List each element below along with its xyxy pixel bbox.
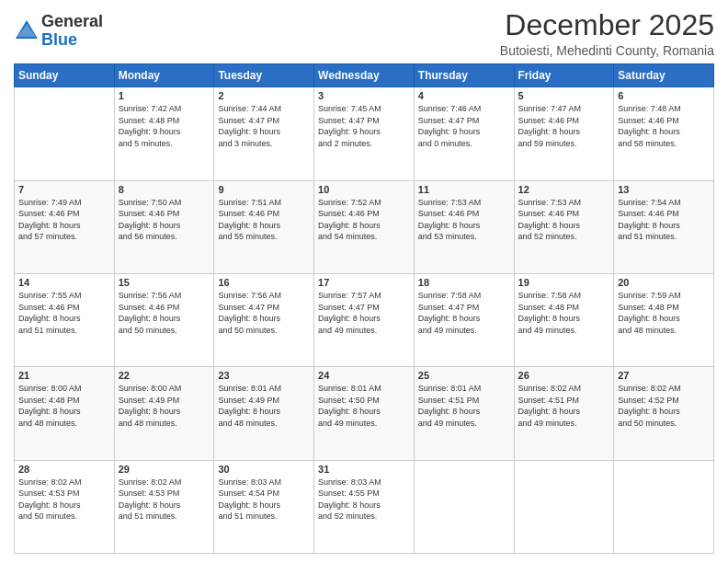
calendar-cell: 26Sunrise: 8:02 AM Sunset: 4:51 PM Dayli… xyxy=(514,367,614,460)
calendar-cell xyxy=(614,460,714,553)
day-info: Sunrise: 8:03 AM Sunset: 4:54 PM Dayligh… xyxy=(218,477,310,523)
day-number: 24 xyxy=(318,370,410,381)
logo: General Blue xyxy=(14,13,103,50)
day-info: Sunrise: 8:00 AM Sunset: 4:49 PM Dayligh… xyxy=(119,383,210,429)
day-info: Sunrise: 8:02 AM Sunset: 4:51 PM Dayligh… xyxy=(518,383,610,429)
calendar-cell: 1Sunrise: 7:42 AM Sunset: 4:48 PM Daylig… xyxy=(114,87,214,180)
day-info: Sunrise: 7:55 AM Sunset: 4:46 PM Dayligh… xyxy=(18,290,110,336)
day-number: 5 xyxy=(518,90,610,101)
day-number: 8 xyxy=(119,184,210,195)
header-day-thursday: Thursday xyxy=(414,64,514,87)
day-number: 9 xyxy=(218,184,310,195)
day-number: 25 xyxy=(418,370,510,381)
day-number: 12 xyxy=(518,184,610,195)
day-number: 18 xyxy=(418,277,510,288)
day-number: 29 xyxy=(119,464,210,475)
header-day-monday: Monday xyxy=(114,64,214,87)
calendar-cell: 22Sunrise: 8:00 AM Sunset: 4:49 PM Dayli… xyxy=(114,367,214,460)
calendar-cell: 12Sunrise: 7:53 AM Sunset: 4:46 PM Dayli… xyxy=(514,180,614,273)
header-day-wednesday: Wednesday xyxy=(314,64,415,87)
day-info: Sunrise: 7:58 AM Sunset: 4:47 PM Dayligh… xyxy=(418,290,510,336)
calendar-cell: 13Sunrise: 7:54 AM Sunset: 4:46 PM Dayli… xyxy=(614,180,714,273)
day-info: Sunrise: 8:00 AM Sunset: 4:48 PM Dayligh… xyxy=(18,383,110,429)
calendar-cell: 18Sunrise: 7:58 AM Sunset: 4:47 PM Dayli… xyxy=(414,273,514,366)
calendar-cell: 27Sunrise: 8:02 AM Sunset: 4:52 PM Dayli… xyxy=(614,367,714,460)
calendar-cell xyxy=(514,460,614,553)
calendar-cell: 15Sunrise: 7:56 AM Sunset: 4:46 PM Dayli… xyxy=(114,273,214,366)
day-number: 16 xyxy=(218,277,310,288)
header-day-sunday: Sunday xyxy=(15,64,115,87)
day-info: Sunrise: 8:03 AM Sunset: 4:55 PM Dayligh… xyxy=(318,477,410,523)
calendar-cell: 29Sunrise: 8:02 AM Sunset: 4:53 PM Dayli… xyxy=(114,460,214,553)
calendar-cell xyxy=(414,460,514,553)
header: General Blue December 2025 Butoiesti, Me… xyxy=(14,9,714,58)
day-number: 13 xyxy=(618,184,710,195)
week-row-2: 14Sunrise: 7:55 AM Sunset: 4:46 PM Dayli… xyxy=(15,273,714,366)
week-row-0: 1Sunrise: 7:42 AM Sunset: 4:48 PM Daylig… xyxy=(15,87,714,180)
day-number: 20 xyxy=(618,277,710,288)
calendar-cell: 11Sunrise: 7:53 AM Sunset: 4:46 PM Dayli… xyxy=(414,180,514,273)
header-row: SundayMondayTuesdayWednesdayThursdayFrid… xyxy=(15,64,714,87)
calendar-cell: 14Sunrise: 7:55 AM Sunset: 4:46 PM Dayli… xyxy=(15,273,115,366)
day-number: 10 xyxy=(318,184,410,195)
day-info: Sunrise: 7:51 AM Sunset: 4:46 PM Dayligh… xyxy=(218,197,310,243)
day-number: 28 xyxy=(18,464,110,475)
calendar-cell: 28Sunrise: 8:02 AM Sunset: 4:53 PM Dayli… xyxy=(15,460,115,553)
day-info: Sunrise: 7:50 AM Sunset: 4:46 PM Dayligh… xyxy=(119,197,210,243)
calendar-cell: 25Sunrise: 8:01 AM Sunset: 4:51 PM Dayli… xyxy=(414,367,514,460)
calendar-body: 1Sunrise: 7:42 AM Sunset: 4:48 PM Daylig… xyxy=(15,87,714,554)
day-number: 11 xyxy=(418,184,510,195)
day-info: Sunrise: 7:49 AM Sunset: 4:46 PM Dayligh… xyxy=(18,197,110,243)
svg-marker-1 xyxy=(17,24,36,37)
day-info: Sunrise: 8:02 AM Sunset: 4:53 PM Dayligh… xyxy=(119,477,210,523)
calendar-cell: 17Sunrise: 7:57 AM Sunset: 4:47 PM Dayli… xyxy=(314,273,415,366)
calendar-table: SundayMondayTuesdayWednesdayThursdayFrid… xyxy=(14,63,714,554)
logo-general-text: General xyxy=(41,12,103,30)
logo-icon xyxy=(14,18,40,44)
calendar-cell: 20Sunrise: 7:59 AM Sunset: 4:48 PM Dayli… xyxy=(614,273,714,366)
day-number: 15 xyxy=(119,277,210,288)
day-info: Sunrise: 7:47 AM Sunset: 4:46 PM Dayligh… xyxy=(518,103,610,149)
page: General Blue December 2025 Butoiesti, Me… xyxy=(0,0,728,563)
day-number: 22 xyxy=(119,370,210,381)
day-info: Sunrise: 8:02 AM Sunset: 4:53 PM Dayligh… xyxy=(18,477,110,523)
day-info: Sunrise: 7:56 AM Sunset: 4:47 PM Dayligh… xyxy=(218,290,310,336)
day-info: Sunrise: 7:42 AM Sunset: 4:48 PM Dayligh… xyxy=(119,103,210,149)
day-number: 3 xyxy=(318,90,410,101)
calendar-cell: 2Sunrise: 7:44 AM Sunset: 4:47 PM Daylig… xyxy=(214,87,314,180)
calendar-cell xyxy=(15,87,115,180)
calendar-cell: 9Sunrise: 7:51 AM Sunset: 4:46 PM Daylig… xyxy=(214,180,314,273)
calendar-cell: 23Sunrise: 8:01 AM Sunset: 4:49 PM Dayli… xyxy=(214,367,314,460)
calendar-cell: 10Sunrise: 7:52 AM Sunset: 4:46 PM Dayli… xyxy=(314,180,415,273)
day-info: Sunrise: 8:01 AM Sunset: 4:49 PM Dayligh… xyxy=(218,383,310,429)
header-day-saturday: Saturday xyxy=(614,64,714,87)
title-block: December 2025 Butoiesti, Mehedinti Count… xyxy=(500,9,714,58)
calendar-cell: 5Sunrise: 7:47 AM Sunset: 4:46 PM Daylig… xyxy=(514,87,614,180)
day-number: 14 xyxy=(18,277,110,288)
day-number: 23 xyxy=(218,370,310,381)
calendar-cell: 6Sunrise: 7:48 AM Sunset: 4:46 PM Daylig… xyxy=(614,87,714,180)
day-number: 21 xyxy=(18,370,110,381)
day-info: Sunrise: 7:48 AM Sunset: 4:46 PM Dayligh… xyxy=(618,103,710,149)
day-info: Sunrise: 7:57 AM Sunset: 4:47 PM Dayligh… xyxy=(318,290,410,336)
calendar-cell: 3Sunrise: 7:45 AM Sunset: 4:47 PM Daylig… xyxy=(314,87,415,180)
week-row-1: 7Sunrise: 7:49 AM Sunset: 4:46 PM Daylig… xyxy=(15,180,714,273)
day-number: 19 xyxy=(518,277,610,288)
logo-blue-text: Blue xyxy=(41,30,77,49)
day-info: Sunrise: 7:54 AM Sunset: 4:46 PM Dayligh… xyxy=(618,197,710,243)
day-info: Sunrise: 7:52 AM Sunset: 4:46 PM Dayligh… xyxy=(318,197,410,243)
day-info: Sunrise: 7:53 AM Sunset: 4:46 PM Dayligh… xyxy=(418,197,510,243)
calendar-cell: 19Sunrise: 7:58 AM Sunset: 4:48 PM Dayli… xyxy=(514,273,614,366)
day-number: 2 xyxy=(218,90,310,101)
day-info: Sunrise: 7:53 AM Sunset: 4:46 PM Dayligh… xyxy=(518,197,610,243)
day-number: 27 xyxy=(618,370,710,381)
header-day-tuesday: Tuesday xyxy=(214,64,314,87)
calendar-cell: 21Sunrise: 8:00 AM Sunset: 4:48 PM Dayli… xyxy=(15,367,115,460)
day-info: Sunrise: 7:45 AM Sunset: 4:47 PM Dayligh… xyxy=(318,103,410,149)
day-number: 1 xyxy=(119,90,210,101)
header-day-friday: Friday xyxy=(514,64,614,87)
subtitle: Butoiesti, Mehedinti County, Romania xyxy=(500,43,714,58)
calendar-cell: 16Sunrise: 7:56 AM Sunset: 4:47 PM Dayli… xyxy=(214,273,314,366)
calendar-cell: 4Sunrise: 7:46 AM Sunset: 4:47 PM Daylig… xyxy=(414,87,514,180)
week-row-4: 28Sunrise: 8:02 AM Sunset: 4:53 PM Dayli… xyxy=(15,460,714,553)
